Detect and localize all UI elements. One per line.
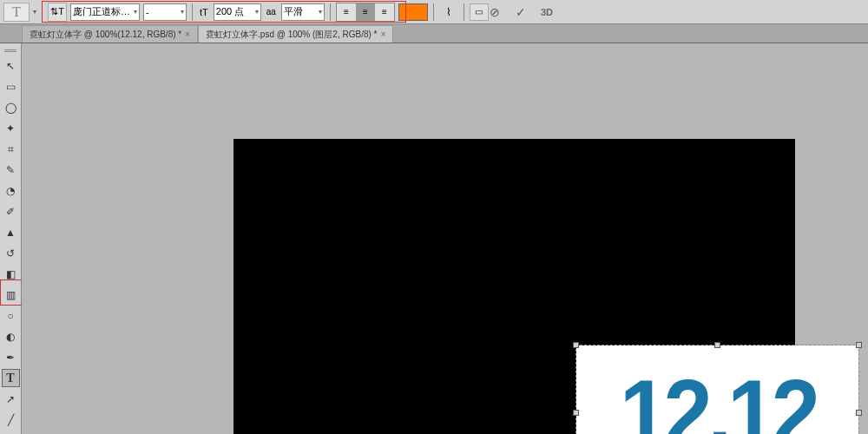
tab-label: 霓虹灯立体字.psd @ 100% (图层2, RGB/8) * [206,29,377,41]
close-icon[interactable]: × [185,30,190,39]
brush-tool[interactable]: ✐ [2,202,20,220]
text-align-group: ≡ ≡ ≡ [336,3,395,22]
font-size-label: tT [200,7,208,17]
text-orientation-toggle[interactable]: ⇅T [48,3,67,22]
document-tab[interactable]: 霓虹灯立体字.psd @ 100% (图层2, RGB/8) * × [198,25,393,43]
dodge-tool[interactable]: ◐ [2,327,20,345]
transform-handle[interactable] [856,410,862,416]
document-tabs-bar: 霓虹灯立体字 @ 100%(12.12, RGB/8) * × 霓虹灯立体字.p… [0,24,868,43]
align-center-button[interactable]: ≡ [356,3,375,21]
antialias-label: aa [266,7,276,16]
transform-handle[interactable] [573,410,579,416]
font-family-dropdown[interactable]: 庞门正道标… ▾ [70,3,140,21]
eyedropper-tool[interactable]: ✎ [2,161,20,179]
antialias-value: 平滑 [284,5,303,18]
chevron-down-icon: ▾ [33,8,36,16]
3d-button[interactable]: 3D [538,3,556,21]
chevron-down-icon: ▾ [319,8,322,16]
chevron-down-icon: ▾ [134,8,137,16]
type-tool[interactable]: T [2,369,20,387]
align-right-button[interactable]: ≡ [375,3,394,21]
divider [42,3,43,21]
divider [330,3,331,21]
tool-preset-dropdown[interactable]: T [3,3,30,22]
transform-handle[interactable] [714,342,720,348]
line-tool[interactable]: ╱ [2,411,20,429]
font-size-dropdown[interactable]: 200 点 ▾ [214,3,261,21]
spot-heal-tool[interactable]: ◔ [2,181,20,200]
document-canvas[interactable]: 12.12 [233,139,795,434]
toolbox-grip[interactable] [2,47,19,54]
text-color-swatch[interactable] [398,3,428,21]
commit-button[interactable]: ✓ [512,3,529,21]
transform-handle[interactable] [856,342,862,348]
tab-label: 霓虹灯立体字 @ 100%(12.12, RGB/8) * [30,29,181,41]
eraser-tool[interactable]: ◧ [2,265,20,283]
text-layer[interactable]: 12.12 [576,345,858,434]
gradient-tool[interactable]: ▥ [2,286,20,304]
antialias-dropdown[interactable]: 平滑 ▾ [281,3,325,21]
blur-tool[interactable]: ○ [2,306,20,325]
toolbox: ↖ ▭ ◯ ✦ ⌗ ✎ ◔ ✐ ▲ ↺ ◧ ▥ ○ ◐ ✒ T ↗ ╱ ✋ 🔍 [0,43,22,434]
chevron-down-icon: ▾ [255,8,259,16]
divider [464,3,464,21]
font-style-dropdown[interactable]: - ▾ [143,3,187,21]
font-style-value: - [146,7,149,17]
stamp-tool[interactable]: ▲ [2,223,20,241]
marquee-tool[interactable]: ▭ [2,77,20,95]
align-left-button[interactable]: ≡ [337,3,356,21]
text-content[interactable]: 12.12 [620,358,816,434]
cancel-button[interactable]: ⊘ [486,3,503,21]
close-icon[interactable]: × [380,30,385,39]
text-options-bar: T ▾ ⇅T 庞门正道标… ▾ - ▾ tT 200 点 ▾ aa 平滑 ▾ ≡… [0,0,868,24]
pen-tool[interactable]: ✒ [2,348,20,366]
chevron-down-icon: ▾ [181,8,184,16]
canvas-viewport[interactable]: 12.12 [22,43,868,434]
warp-text-button[interactable]: ⌇ [439,3,458,21]
wand-tool[interactable]: ✦ [2,119,20,137]
crop-tool[interactable]: ⌗ [2,140,20,158]
document-tab[interactable]: 霓虹灯立体字 @ 100%(12.12, RGB/8) * × [22,25,198,43]
path-select-tool[interactable]: ↗ [2,390,20,408]
lasso-tool[interactable]: ◯ [2,98,20,116]
move-tool[interactable]: ↖ [2,56,20,75]
divider [433,3,434,21]
divider [192,3,193,21]
font-family-value: 庞门正道标… [73,5,130,18]
font-size-value: 200 点 [216,5,244,18]
commit-group: ⊘ ✓ 3D [486,3,556,21]
transform-handle[interactable] [573,342,579,348]
history-brush-tool[interactable]: ↺ [2,244,20,262]
